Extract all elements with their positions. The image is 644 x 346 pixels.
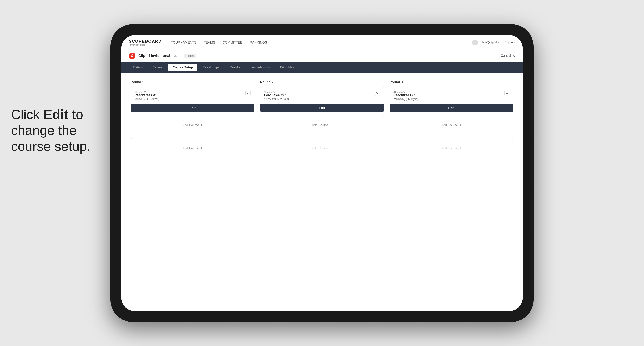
tablet-device: SCOREBOARD Powered by clippd TOURNAMENTS… xyxy=(110,24,534,322)
round-3-edit-button[interactable]: Edit xyxy=(390,104,513,112)
user-avatar xyxy=(472,39,478,45)
round-3-course-info: (Course A) Peachtree GC Yellow (M) (6629… xyxy=(394,91,418,103)
round-2-add-course-2: Add Course + xyxy=(260,138,384,158)
round-2-add-course-label-1: Add Course xyxy=(312,123,328,127)
round-1-course-name: Peachtree GC xyxy=(134,93,159,97)
round-2-course-details: Yellow (M) (6629 yds) xyxy=(264,98,289,101)
sign-out-link[interactable]: | Sign out xyxy=(503,41,515,44)
tab-results[interactable]: Results xyxy=(225,64,244,71)
round-2-course-name: Peachtree GC xyxy=(264,93,289,97)
trash-icon-2: 🗑 xyxy=(376,92,379,95)
round-2-add-course-label-2: Add Course xyxy=(312,147,328,150)
round-2-add-course-1[interactable]: Add Course + xyxy=(260,115,384,135)
round-2-course-card: (Course A) Peachtree GC Yellow (M) (6629… xyxy=(260,87,384,112)
tablet-screen: SCOREBOARD Powered by clippd TOURNAMENTS… xyxy=(122,35,522,311)
logo-scoreboard: SCOREBOARD xyxy=(129,39,162,44)
tabs-bar: Details Teams Course Setup Tee Groups Re… xyxy=(122,62,522,73)
round-2-delete-button[interactable]: 🗑 xyxy=(375,91,380,96)
round-3-course-name: Peachtree GC xyxy=(394,93,418,97)
round-2-edit-button[interactable]: Edit xyxy=(260,104,384,112)
main-content: Round 1 (Course A) Peachtree GC Yellow (… xyxy=(122,73,522,311)
round-3-course-label: (Course A) xyxy=(394,91,418,93)
trash-icon-3: 🗑 xyxy=(506,92,508,95)
nav-teams[interactable]: TEAMS xyxy=(204,40,215,45)
hosting-badge: Hosting xyxy=(184,54,196,58)
tab-course-setup[interactable]: Course Setup xyxy=(168,64,198,71)
round-3-delete-button[interactable]: 🗑 xyxy=(504,91,510,96)
nav-committee[interactable]: COMMITTEE xyxy=(223,40,242,45)
round-1-title: Round 1 xyxy=(131,80,254,84)
plus-icon-1: + xyxy=(200,123,203,127)
cancel-icon: ✕ xyxy=(512,54,515,58)
round-1-card-header: (Course A) Peachtree GC Yellow (M) (6629… xyxy=(134,91,250,103)
round-1-course-details: Yellow (M) (6629 yds) xyxy=(134,98,159,101)
top-nav: SCOREBOARD Powered by clippd TOURNAMENTS… xyxy=(122,35,522,50)
round-3-title: Round 3 xyxy=(390,80,513,84)
round-3-add-course-label-2: Add Course xyxy=(442,147,458,150)
top-nav-right: blair@clippd.io | Sign out xyxy=(472,39,516,45)
round-2-column: Round 2 (Course A) Peachtree GC Yellow (… xyxy=(260,80,384,161)
round-2-course-label: (Course A) xyxy=(264,91,289,93)
round-3-add-course-label-1: Add Course xyxy=(442,123,458,127)
round-2-title: Round 2 xyxy=(260,80,384,84)
tournament-type: (Men) xyxy=(172,54,180,57)
tab-tee-groups[interactable]: Tee Groups xyxy=(199,64,224,71)
round-1-add-course-2[interactable]: Add Course + xyxy=(131,138,254,158)
round-3-card-header: (Course A) Peachtree GC Yellow (M) (6629… xyxy=(394,91,510,103)
round-1-course-card: (Course A) Peachtree GC Yellow (M) (6629… xyxy=(131,87,254,112)
tournament-name: Clippd Invitational xyxy=(138,54,170,58)
plus-icon-4: + xyxy=(330,146,332,150)
logo-sub: Powered by clippd xyxy=(129,44,162,46)
round-2-card-header: (Course A) Peachtree GC Yellow (M) (6629… xyxy=(264,91,380,103)
cancel-button[interactable]: Cancel ✕ xyxy=(501,54,515,58)
round-1-edit-button[interactable]: Edit xyxy=(131,104,254,112)
round-3-course-card: (Course A) Peachtree GC Yellow (M) (6629… xyxy=(390,87,513,112)
round-1-course-label: (Course A) xyxy=(134,91,159,93)
annotation-bold: Edit xyxy=(44,107,68,122)
logo-area: SCOREBOARD Powered by clippd xyxy=(129,39,162,46)
round-1-add-course-label-1: Add Course xyxy=(182,123,199,127)
round-1-add-course-1[interactable]: Add Course + xyxy=(131,115,254,135)
tab-teams[interactable]: Teams xyxy=(149,64,167,71)
round-2-course-info: (Course A) Peachtree GC Yellow (M) (6629… xyxy=(264,91,289,103)
plus-icon-2: + xyxy=(200,146,203,150)
round-3-column: Round 3 (Course A) Peachtree GC Yellow (… xyxy=(390,80,513,161)
round-1-add-course-label-2: Add Course xyxy=(182,147,199,150)
nav-tournaments[interactable]: TOURNAMENTS xyxy=(171,40,196,45)
nav-rankings[interactable]: RANKINGS xyxy=(250,40,267,45)
trash-icon: 🗑 xyxy=(246,92,250,95)
annotation-line1: Click Edit tochange thecourse setup. xyxy=(11,107,90,154)
tab-details[interactable]: Details xyxy=(129,64,147,71)
round-1-column: Round 1 (Course A) Peachtree GC Yellow (… xyxy=(131,80,254,161)
round-3-course-details: Yellow (M) (6629 yds) xyxy=(394,98,418,101)
tournament-bar: C Clippd Invitational (Men) Hosting Canc… xyxy=(122,50,522,62)
round-3-add-course-1[interactable]: Add Course + xyxy=(390,115,513,135)
tab-printables[interactable]: Printables xyxy=(276,64,298,71)
round-3-add-course-2: Add Course + xyxy=(390,138,513,158)
plus-icon-3: + xyxy=(330,123,332,127)
nav-links: TOURNAMENTS TEAMS COMMITTEE RANKINGS xyxy=(171,40,472,45)
round-1-course-info: (Course A) Peachtree GC Yellow (M) (6629… xyxy=(134,91,159,103)
plus-icon-6: + xyxy=(459,146,462,150)
tournament-icon: C xyxy=(129,53,136,59)
round-1-delete-button[interactable]: 🗑 xyxy=(246,91,250,96)
tab-leaderboards[interactable]: Leaderboards xyxy=(246,64,274,71)
annotation-text: Click Edit tochange thecourse setup. xyxy=(11,107,90,154)
user-email: blair@clippd.io xyxy=(481,41,500,44)
plus-icon-5: + xyxy=(459,123,462,127)
rounds-grid: Round 1 (Course A) Peachtree GC Yellow (… xyxy=(131,80,513,161)
